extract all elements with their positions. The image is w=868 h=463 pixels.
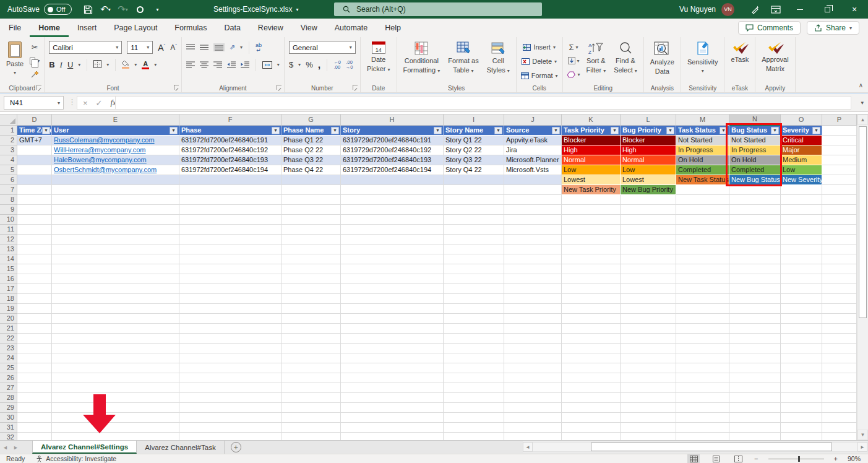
merge-center-chevron-icon[interactable]: ▾ xyxy=(277,62,280,67)
cell-N10[interactable] xyxy=(729,215,781,225)
save-button[interactable] xyxy=(80,1,97,17)
sheet-nav-left-icon[interactable]: ◄ xyxy=(0,441,11,454)
cell-I11[interactable] xyxy=(444,225,504,235)
cell-P8[interactable] xyxy=(822,195,857,205)
cell-G9[interactable] xyxy=(281,205,341,215)
cell-I28[interactable] xyxy=(444,393,504,403)
cell-D17[interactable] xyxy=(17,284,52,294)
cell-G26[interactable] xyxy=(281,373,341,383)
cell-K24[interactable] xyxy=(562,353,621,363)
cell-H15[interactable] xyxy=(341,264,444,274)
row-header-18[interactable]: 18 xyxy=(0,294,17,304)
zoom-level[interactable]: 90% xyxy=(848,455,861,462)
cell-M14[interactable] xyxy=(676,254,729,264)
cell-L25[interactable] xyxy=(621,363,676,373)
column-header-E[interactable]: E xyxy=(52,115,179,126)
cell-N16[interactable] xyxy=(729,274,781,284)
row-header-13[interactable]: 13 xyxy=(0,244,17,254)
cell-D24[interactable] xyxy=(17,353,52,363)
row-header-28[interactable]: 28 xyxy=(0,393,17,403)
cell-I9[interactable] xyxy=(444,205,504,215)
cell-L3[interactable]: High xyxy=(621,145,676,155)
cell-E15[interactable] xyxy=(52,264,179,274)
align-right-button[interactable] xyxy=(213,61,222,68)
cell-M5[interactable]: Completed xyxy=(676,165,729,175)
laser-pen-button[interactable] xyxy=(744,0,765,19)
cell-L2[interactable]: Blocker xyxy=(621,136,676,145)
cell-O26[interactable] xyxy=(781,373,822,383)
cell-E3[interactable]: WillHerrera@mycompany.com xyxy=(52,145,179,155)
cell-M2[interactable]: Not Started xyxy=(676,136,729,145)
cell-L12[interactable] xyxy=(621,235,676,244)
cell-O24[interactable] xyxy=(781,353,822,363)
cell-P27[interactable] xyxy=(822,383,857,393)
cell-E13[interactable] xyxy=(52,244,179,254)
cell-F11[interactable] xyxy=(179,225,281,235)
tab-review[interactable]: Review xyxy=(249,19,292,37)
zoom-slider-thumb[interactable] xyxy=(798,456,800,462)
borders-button[interactable] xyxy=(93,59,101,71)
cell-O27[interactable] xyxy=(781,383,822,393)
cell-K12[interactable] xyxy=(562,235,621,244)
decrease-decimal-button[interactable]: .00→0 xyxy=(346,60,353,70)
cell-O32[interactable] xyxy=(781,433,822,440)
cell-O28[interactable] xyxy=(781,393,822,403)
cell-G11[interactable] xyxy=(281,225,341,235)
close-button[interactable]: × xyxy=(841,0,868,19)
cell-D19[interactable] xyxy=(17,304,52,314)
format-painter-button[interactable] xyxy=(30,69,40,80)
name-box-chevron-icon[interactable]: ▾ xyxy=(58,100,60,106)
font-dialog-launcher[interactable] xyxy=(174,85,179,90)
tab-page-layout[interactable]: Page Layout xyxy=(105,19,166,37)
cell-D10[interactable] xyxy=(17,215,52,225)
cell-G8[interactable] xyxy=(281,195,341,205)
zoom-slider[interactable] xyxy=(768,459,824,459)
cell-F23[interactable] xyxy=(179,344,281,353)
cell-H2[interactable]: 6319729d7200ef246840c191 xyxy=(341,136,444,145)
cell-J8[interactable] xyxy=(504,195,562,205)
redo-chevron-icon[interactable]: ▾ xyxy=(126,7,128,12)
cell-P25[interactable] xyxy=(822,363,857,373)
cell-D20[interactable] xyxy=(17,314,52,324)
cell-K3[interactable]: High xyxy=(562,145,621,155)
cell-I19[interactable] xyxy=(444,304,504,314)
cell-G6[interactable] xyxy=(281,175,341,185)
cell-K25[interactable] xyxy=(562,363,621,373)
cell-E20[interactable] xyxy=(52,314,179,324)
cell-D29[interactable] xyxy=(17,403,52,413)
cell-K15[interactable] xyxy=(562,264,621,274)
cell-K7[interactable]: New Task Priority xyxy=(562,185,621,195)
cell-H7[interactable] xyxy=(341,185,444,195)
cell-K8[interactable] xyxy=(562,195,621,205)
formula-input[interactable] xyxy=(115,96,851,110)
cell-E5[interactable]: OsbertSchmidt@mycompany.com xyxy=(52,165,179,175)
underline-chevron-icon[interactable]: ▾ xyxy=(78,62,80,67)
cell-G18[interactable] xyxy=(281,294,341,304)
cell-G14[interactable] xyxy=(281,254,341,264)
center-button[interactable] xyxy=(200,61,208,68)
cell-O12[interactable] xyxy=(781,235,822,244)
cell-G28[interactable] xyxy=(281,393,341,403)
cell-D16[interactable] xyxy=(17,274,52,284)
cell-M4[interactable]: On Hold xyxy=(676,155,729,165)
column-header-H[interactable]: H xyxy=(341,115,444,126)
cell-K11[interactable] xyxy=(562,225,621,235)
row-header-11[interactable]: 11 xyxy=(0,225,17,235)
fill-color-chevron-icon[interactable]: ▾ xyxy=(134,62,137,67)
row-header-24[interactable]: 24 xyxy=(0,353,17,363)
cell-L21[interactable] xyxy=(621,324,676,334)
cell-M32[interactable] xyxy=(676,433,729,440)
cell-G12[interactable] xyxy=(281,235,341,244)
cell-J12[interactable] xyxy=(504,235,562,244)
cell-O17[interactable] xyxy=(781,284,822,294)
cell-F19[interactable] xyxy=(179,304,281,314)
font-family-select[interactable]: Calibri▾ xyxy=(49,41,122,54)
cell-L31[interactable] xyxy=(621,423,676,433)
cell-E1[interactable]: User▼ xyxy=(52,126,179,136)
cell-O16[interactable] xyxy=(781,274,822,284)
cell-F20[interactable] xyxy=(179,314,281,324)
cell-G29[interactable] xyxy=(281,403,341,413)
cell-P13[interactable] xyxy=(822,244,857,254)
cell-D27[interactable] xyxy=(17,383,52,393)
cell-M22[interactable] xyxy=(676,334,729,344)
